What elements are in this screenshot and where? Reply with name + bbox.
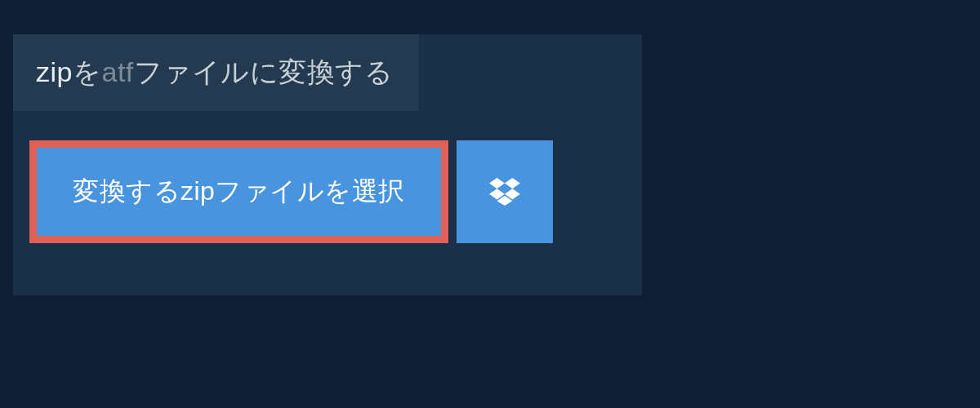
heading-part-rest: ファイルに変換する <box>134 56 394 87</box>
page-title: zipをatfファイルに変換する <box>36 54 393 91</box>
dropbox-button[interactable] <box>457 140 553 243</box>
heading-box: zipをatfファイルに変換する <box>13 34 419 111</box>
select-file-button[interactable]: 変換するzipファイルを選択 <box>29 140 448 243</box>
dropbox-icon <box>489 178 520 206</box>
button-row: 変換するzipファイルを選択 <box>13 111 642 243</box>
converter-panel: zipをatfファイルに変換する 変換するzipファイルを選択 <box>13 34 642 295</box>
select-file-button-label: 変換するzipファイルを選択 <box>73 174 405 210</box>
heading-part-wo: を <box>73 56 102 87</box>
heading-part-zip: zip <box>36 56 73 87</box>
heading-part-atf: atf <box>101 56 133 87</box>
